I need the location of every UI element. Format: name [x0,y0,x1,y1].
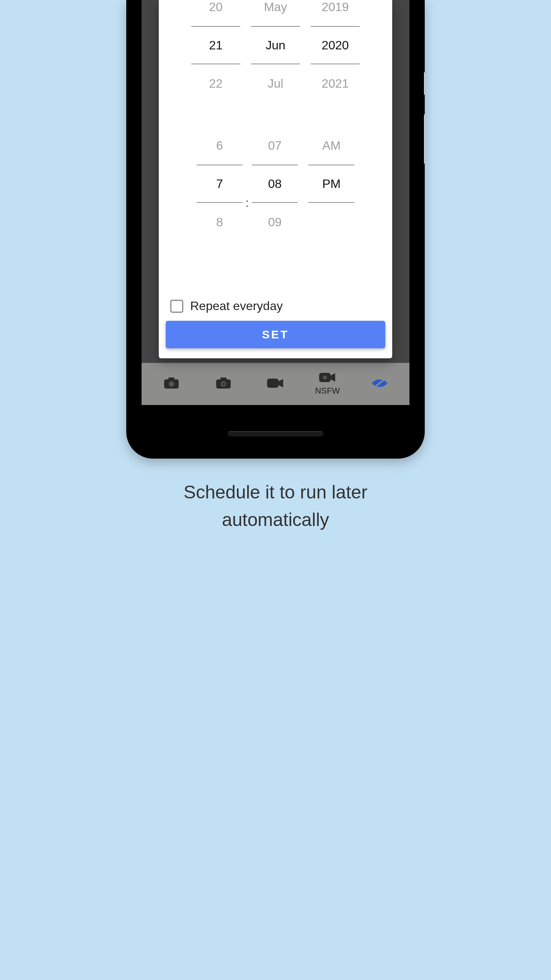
hour-selected[interactable]: 7 [197,165,243,203]
repeat-row[interactable]: Repeat everyday [159,299,392,313]
set-button[interactable]: SET [166,321,385,348]
month-next[interactable]: Jul [251,64,300,103]
camera-icon [216,377,231,390]
date-picker[interactable]: 20 21 22 May Jun Jul 2019 2020 2021 [174,0,377,103]
day-column[interactable]: 20 21 22 [191,0,240,103]
minute-next[interactable]: 09 [252,203,298,241]
svg-rect-7 [267,379,279,388]
svg-point-1 [169,381,174,387]
svg-point-9 [323,376,327,379]
ampm-prev[interactable]: AM [308,126,354,165]
month-prev[interactable]: May [251,0,300,26]
minute-column[interactable]: 07 08 09 [252,126,298,241]
day-selected[interactable]: 21 [191,26,240,64]
eye-slash-icon [371,377,388,390]
nav-video[interactable] [249,363,302,405]
repeat-label: Repeat everyday [190,299,283,313]
hour-prev[interactable]: 6 [197,126,243,165]
camera-icon [164,377,179,390]
schedule-dialog: 20 21 22 May Jun Jul 2019 2020 2021 [159,0,392,358]
app-screen: NSFW 20 21 22 [142,0,409,405]
year-prev[interactable]: 2019 [311,0,360,26]
hour-next[interactable]: 8 [197,203,243,241]
year-column[interactable]: 2019 2020 2021 [311,0,360,103]
month-selected[interactable]: Jun [251,26,300,64]
bottom-nav: NSFW [142,363,409,405]
repeat-checkbox[interactable] [170,300,183,313]
ampm-next[interactable] [308,203,354,241]
year-next[interactable]: 2021 [311,64,360,103]
phone-frame: NSFW 20 21 22 [126,0,425,459]
time-picker[interactable]: 6 7 8 : 07 08 09 AM [174,126,377,241]
nav-hidden[interactable] [354,363,406,405]
video-icon [267,377,284,390]
svg-rect-6 [220,377,227,381]
day-prev[interactable]: 20 [191,0,240,26]
svg-rect-2 [168,377,174,381]
year-selected[interactable]: 2020 [311,26,360,64]
ampm-selected[interactable]: PM [308,165,354,203]
side-button [424,114,425,164]
video-camera-icon [319,372,336,384]
day-next[interactable]: 22 [191,64,240,103]
ampm-column[interactable]: AM PM [308,126,354,241]
phone-speaker [228,431,323,436]
minute-prev[interactable]: 07 [252,126,298,165]
nav-nsfw-label: NSFW [315,386,340,396]
promo-caption: Schedule it to run later automatically [119,479,432,534]
side-button [424,72,425,95]
svg-point-5 [222,383,225,385]
nav-camera[interactable] [145,363,197,405]
minute-selected[interactable]: 08 [252,165,298,203]
nav-nsfw[interactable]: NSFW [302,363,354,405]
time-colon: : [246,165,249,203]
nav-camera-2[interactable] [197,363,249,405]
month-column[interactable]: May Jun Jul [251,0,300,103]
hour-column[interactable]: 6 7 8 [197,126,243,241]
